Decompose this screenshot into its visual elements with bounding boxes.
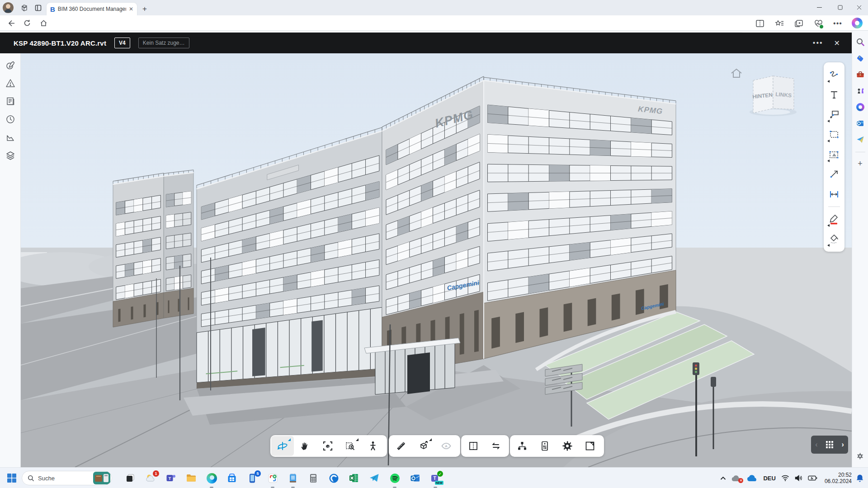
terrain-icon[interactable] [5,132,16,143]
thunderbird-icon[interactable] [328,473,339,483]
edge-icon[interactable] [206,473,217,483]
tab-actions-icon[interactable] [33,2,43,13]
freehand-draw-icon[interactable] [825,65,843,85]
phone-link-icon[interactable]: 5 [247,473,258,483]
split-view-button[interactable] [462,436,485,456]
swap-button[interactable] [485,436,507,456]
document-filename: KSP 42890-BT1.V20 ARC.rvt [14,39,106,47]
sidebar-games-icon[interactable] [855,86,865,96]
workspaces-icon[interactable] [18,2,29,13]
back-icon[interactable] [5,18,16,28]
fill-bucket-icon[interactable] [825,229,843,249]
window-minimize-button[interactable] [809,0,829,14]
language-indicator[interactable]: DEU [763,475,775,482]
pan-button[interactable] [294,436,316,456]
home-icon[interactable] [38,18,49,28]
start-button[interactable] [6,473,17,483]
history-icon[interactable] [5,114,16,125]
onedrive-paused-icon[interactable]: ✕ [731,475,741,482]
section-button[interactable] [412,436,435,456]
version-badge[interactable]: V4 [114,38,130,48]
teams-work-icon[interactable]: T ✓ NEW [430,473,441,483]
desktops-icon[interactable] [125,473,136,483]
telegram-icon[interactable] [369,473,380,483]
window-close-button[interactable] [850,0,868,14]
copilot-icon[interactable] [852,18,863,28]
model-browser-button[interactable] [511,436,533,456]
callout-icon[interactable] [825,105,843,125]
hidden-icons-chevron[interactable] [720,476,726,480]
notifications-bell-icon[interactable] [856,474,863,482]
weather-badge: 1 [153,470,159,477]
excel-icon[interactable] [349,473,359,483]
outlook-icon[interactable] [410,473,420,483]
set-badge[interactable]: Kein Satz zuge… [138,38,189,48]
battery-icon[interactable] [808,475,817,481]
file-explorer-icon[interactable] [186,473,197,483]
model-scene[interactable]: KPMGCapgeminiKPMGCapgemini [21,53,852,467]
browser-tab[interactable]: B BIM 360 Document Management ✕ [47,3,137,15]
issues-icon[interactable] [5,78,16,89]
new-tab-button[interactable]: + [139,4,150,14]
dimension-icon[interactable] [825,184,843,204]
text-markup-icon[interactable] [825,85,843,105]
markup-icon[interactable] [5,60,16,71]
header-more-icon[interactable]: ••• [807,39,830,47]
properties-button[interactable] [533,436,556,456]
compare-toolbar [461,435,509,457]
header-close-icon[interactable]: ✕ [830,39,852,47]
wifi-icon[interactable] [781,475,789,481]
browser-essentials-icon[interactable] [812,18,824,29]
revision-cloud-icon[interactable] [825,125,843,145]
navigate-toolbar [270,435,387,457]
measure-button[interactable] [390,436,412,456]
refresh-icon[interactable] [22,18,33,28]
volume-icon[interactable] [795,475,802,481]
tab-close-icon[interactable]: ✕ [129,6,133,12]
shape-select-icon[interactable] [825,145,843,164]
calculator-icon[interactable] [308,473,319,483]
store-icon[interactable] [226,473,237,483]
search-highlight-thumbnail[interactable] [93,472,110,484]
next-sheet-icon[interactable]: › [841,441,844,449]
bim-eye-button[interactable]: A [435,436,458,456]
taskbar-clock[interactable]: 20:52 06.02.2024 [825,472,852,484]
sidebar-add-icon[interactable]: + [855,159,865,169]
teams-icon[interactable]: T [165,473,176,483]
weather-icon[interactable]: 1 [145,473,156,483]
window-maximize-button[interactable] [830,0,850,14]
sidebar-toolbox-icon[interactable] [855,70,865,80]
sidebar-search-icon[interactable] [855,37,865,47]
model-viewport[interactable]: KPMGCapgeminiKPMGCapgemini [21,53,852,467]
pencil-markup-icon[interactable] [825,209,843,229]
prev-sheet-icon[interactable]: ‹ [815,441,817,449]
sidebar-shopping-icon[interactable] [855,53,865,63]
browser-menu-icon[interactable]: ••• [832,18,844,29]
notepad-icon[interactable] [288,473,298,483]
favorites-bar-icon[interactable] [774,18,785,29]
layers-icon[interactable] [5,150,16,161]
orbit-button[interactable] [271,436,294,456]
documents-icon[interactable] [5,96,16,107]
arrow-markup-icon[interactable] [825,164,843,184]
settings-button[interactable] [556,436,579,456]
fullscreen-button[interactable] [579,436,601,456]
spotify-icon[interactable] [389,473,400,483]
split-screen-icon[interactable] [754,18,766,29]
profile-avatar[interactable] [3,2,14,13]
taskbar-search[interactable]: Suche [22,471,112,485]
sheet-grid-icon[interactable] [826,441,833,448]
snipping-tool-icon[interactable] [267,473,278,483]
sidebar-drop-icon[interactable] [855,135,865,145]
essentials-status-dot [819,24,824,29]
svg-text:T: T [433,476,436,481]
fit-to-view-button[interactable] [316,436,339,456]
sidebar-microsoft365-icon[interactable] [855,102,865,112]
first-person-button[interactable] [362,436,384,456]
zoom-window-button[interactable] [339,436,362,456]
sidebar-settings-icon[interactable] [855,451,865,461]
sidebar-outlook-icon[interactable] [855,118,865,128]
svg-text:A: A [445,444,448,448]
collections-icon[interactable] [793,18,805,29]
onedrive-icon[interactable] [747,475,758,482]
